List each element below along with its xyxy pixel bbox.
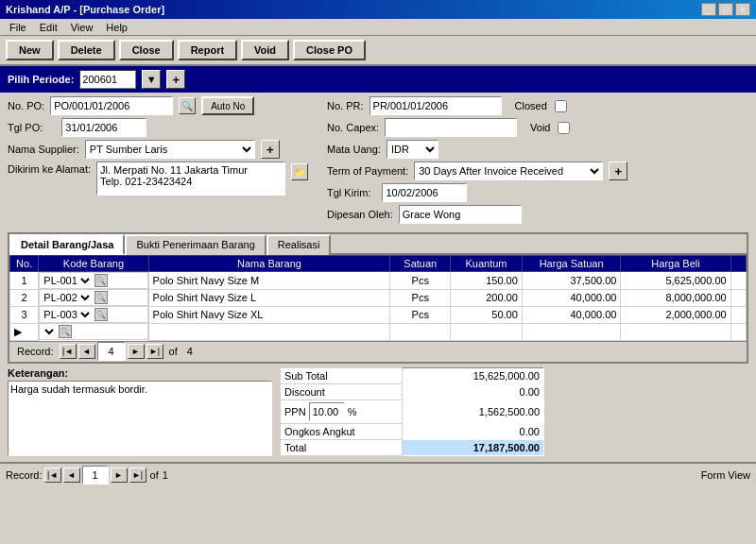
table-body: 1 PL-001 ▼ 🔍 Polo Shirt Navy Size M Pcs … xyxy=(10,272,747,341)
col-kode: Kode Barang xyxy=(39,256,148,272)
totals-section: Sub Total 15,625,000.00 Discount 0.00 PP… xyxy=(280,367,544,458)
cell-scroll xyxy=(730,272,746,290)
term-select[interactable]: 30 Days After Invoice Received xyxy=(414,162,603,180)
menu-bar: File Edit View Help xyxy=(0,19,756,36)
table-nav-next[interactable]: ► xyxy=(128,344,145,359)
dipesan-row: Dipesan Oleh: xyxy=(327,205,748,224)
no-capex-label: No. Capex: xyxy=(327,122,379,133)
term-add-btn[interactable]: + xyxy=(609,162,627,180)
col-harga-beli: Harga Beli xyxy=(621,256,730,272)
table-of-label: of xyxy=(169,346,178,357)
no-pr-label: No. PR: xyxy=(327,100,364,111)
table-nav-first[interactable]: |◄ xyxy=(60,344,77,359)
subtotal-value: 15,625,000.00 xyxy=(402,367,543,383)
menu-view[interactable]: View xyxy=(65,21,99,34)
form-right: No. PR: Closed No. Capex: Void Mata Uang… xyxy=(327,96,748,227)
ppn-pct-input[interactable] xyxy=(309,402,345,421)
cell-kuantum: 50.00 xyxy=(451,306,523,323)
table-nav-last[interactable]: ►| xyxy=(146,344,163,359)
dipesan-label: Dipesan Oleh: xyxy=(327,209,393,220)
dipesan-input[interactable] xyxy=(399,205,522,224)
table-nav: Record: |◄ ◄ ► ►| of 4 xyxy=(9,341,747,362)
mata-uang-select[interactable]: IDR xyxy=(387,140,438,159)
cell-nama: Polo Shirt Navy Size M xyxy=(148,272,390,290)
auto-no-btn[interactable]: Auto No xyxy=(201,96,254,115)
no-po-row: No. PO: 🔍 Auto No xyxy=(8,96,308,115)
menu-help[interactable]: Help xyxy=(100,21,133,34)
void-checkbox[interactable] xyxy=(558,122,570,134)
address-folder-btn[interactable]: 📁 xyxy=(291,163,308,180)
no-capex-input[interactable] xyxy=(385,118,517,137)
status-record-input[interactable] xyxy=(82,466,109,484)
col-scroll xyxy=(730,256,746,272)
discount-label: Discount xyxy=(281,383,403,400)
total-value: 17,187,500.00 xyxy=(402,439,543,455)
supplier-row: Nama Supplier: PT Sumber Laris + xyxy=(8,140,308,159)
mata-uang-row: Mata Uang: IDR xyxy=(327,140,748,159)
status-nav-last[interactable]: ►| xyxy=(129,468,146,483)
term-label: Term of Payment: xyxy=(327,165,408,177)
tab-detail[interactable]: Detail Barang/Jasa xyxy=(9,234,125,255)
period-dropdown-btn[interactable]: ▼ xyxy=(142,70,161,89)
delete-button[interactable]: Delete xyxy=(58,40,115,60)
period-label: Pilih Periode: xyxy=(8,74,74,85)
keterangan-input[interactable]: Harga sudah termasuk bordir. xyxy=(8,381,272,456)
cell-harga-satuan: 37,500.00 xyxy=(522,272,621,290)
cell-nama: Polo Shirt Navy Size XL xyxy=(148,306,390,323)
close-button[interactable]: Close xyxy=(119,40,174,60)
no-pr-row: No. PR: Closed xyxy=(327,96,748,115)
period-add-btn[interactable]: + xyxy=(166,70,185,89)
tgl-po-label: Tgl PO: xyxy=(8,122,43,133)
supplier-select[interactable]: PT Sumber Laris xyxy=(85,140,255,159)
no-pr-input[interactable] xyxy=(369,96,502,115)
table-record-input[interactable] xyxy=(97,342,126,361)
table-row[interactable]: 3 PL-003 ▼ 🔍 Polo Shirt Navy Size XL Pcs… xyxy=(10,306,747,323)
maximize-btn[interactable]: □ xyxy=(718,3,733,16)
cell-harga-beli: 5,625,000.00 xyxy=(621,272,730,290)
table-row[interactable]: 2 PL-002 ▼ 🔍 Polo Shirt Navy Size L Pcs … xyxy=(10,289,747,306)
menu-file[interactable]: File xyxy=(4,21,32,34)
status-record-label: Record: xyxy=(6,469,43,481)
no-po-search-btn[interactable]: 🔍 xyxy=(179,97,196,114)
tgl-po-input[interactable] xyxy=(61,118,146,137)
minimize-btn[interactable]: _ xyxy=(701,3,716,16)
tgl-kirim-label: Tgl Kirim: xyxy=(327,187,370,198)
status-nav-prev[interactable]: ◄ xyxy=(63,468,80,483)
status-nav-first[interactable]: |◄ xyxy=(44,468,61,483)
ongkos-value: 0.00 xyxy=(402,423,543,439)
void-button[interactable]: Void xyxy=(241,40,289,60)
tab-bukti[interactable]: Bukti Penerimaan Barang xyxy=(125,234,266,255)
bottom-section: Keterangan: Harga sudah termasuk bordir.… xyxy=(8,367,748,458)
tab-realisasi[interactable]: Realisasi xyxy=(266,234,332,255)
period-input[interactable] xyxy=(79,70,136,89)
cell-no: 1 xyxy=(10,272,39,290)
no-po-label: No. PO: xyxy=(8,100,44,111)
window-controls[interactable]: _ □ × xyxy=(701,3,750,16)
supplier-add-btn[interactable]: + xyxy=(261,140,280,159)
closed-checkbox[interactable] xyxy=(555,100,567,112)
toolbar: New Delete Close Report Void Close PO xyxy=(0,36,756,66)
new-button[interactable]: New xyxy=(6,40,54,60)
ppn-row: PPN % 1,562,500.00 xyxy=(281,400,544,423)
cell-scroll xyxy=(730,306,746,323)
cell-kuantum: 200.00 xyxy=(451,289,523,306)
status-nav-next[interactable]: ► xyxy=(111,468,128,483)
col-no: No. xyxy=(10,256,39,272)
close-po-button[interactable]: Close PO xyxy=(293,40,366,60)
mata-uang-label: Mata Uang: xyxy=(327,144,381,155)
cell-satuan: Pcs xyxy=(390,272,451,290)
no-po-input[interactable] xyxy=(50,96,173,115)
cell-satuan: Pcs xyxy=(390,289,451,306)
close-btn[interactable]: × xyxy=(735,3,750,16)
table-row[interactable]: 1 PL-001 ▼ 🔍 Polo Shirt Navy Size M Pcs … xyxy=(10,272,747,290)
table-nav-prev[interactable]: ◄ xyxy=(78,344,95,359)
col-nama: Nama Barang xyxy=(148,256,390,272)
ppn-value: 1,562,500.00 xyxy=(402,400,543,423)
status-of-label: of xyxy=(150,469,159,481)
col-satuan: Satuan xyxy=(390,256,451,272)
report-button[interactable]: Report xyxy=(178,40,237,60)
cell-kode: PL-002 ▼ 🔍 xyxy=(39,289,147,306)
menu-edit[interactable]: Edit xyxy=(34,21,63,34)
tgl-kirim-input[interactable] xyxy=(382,183,467,202)
cell-no: 2 xyxy=(10,289,39,306)
